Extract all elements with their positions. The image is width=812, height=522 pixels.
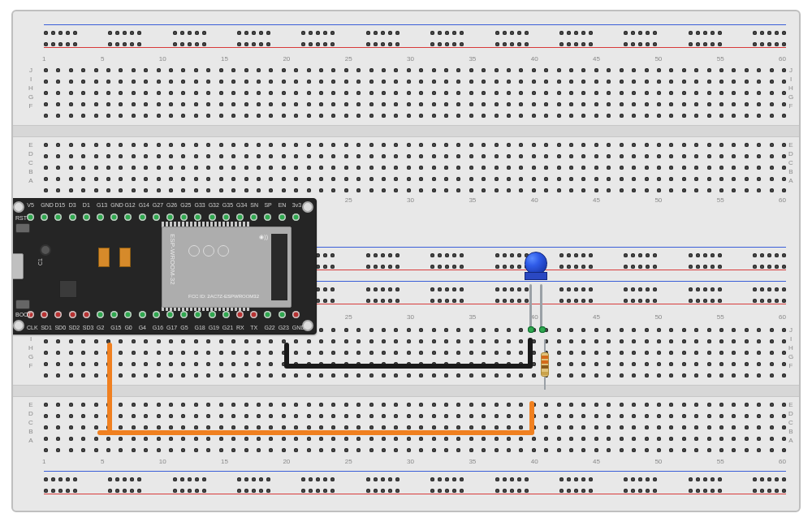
power-rail-bottom-pos	[13, 485, 799, 497]
resistor-band-4	[542, 372, 548, 375]
shield-label: ESP-WROOM-32	[169, 234, 176, 285]
rail-line-blue-top	[44, 24, 786, 25]
wire-orange-segment-3	[529, 401, 534, 435]
esp32-devkit-board: V5GNDD15D3D1G13GNDG12G14G27G26G25G33G32G…	[11, 198, 317, 334]
esp-wroom-32-shield: ESP-WROOM-32 FCC ID: 2AC7Z-ESPWROOM32 ◉)…	[162, 226, 292, 308]
boot-button	[15, 300, 30, 309]
fcc-id-label: FCC ID: 2AC7Z-ESPWROOM32	[188, 294, 259, 299]
rst-button	[15, 223, 30, 233]
led-cathode-leg	[529, 284, 532, 328]
certification-icons	[188, 245, 229, 257]
led-cathode-pad	[528, 326, 534, 333]
breadboard: 151015202530354045505560 JIHGF JIHGF EDC…	[11, 10, 801, 512]
power-rail-top-neg	[13, 28, 799, 39]
wire-black-segment-3	[528, 338, 533, 369]
resistor-band-3	[542, 365, 548, 369]
led-blue	[525, 252, 547, 287]
resistor-band-2	[542, 360, 548, 364]
column-numbers-top: 151015202530354045505560	[42, 55, 786, 63]
c1-label: C1	[37, 258, 43, 265]
rst-button-label: RST	[15, 215, 27, 221]
rail-line-blue-bottom	[44, 471, 786, 472]
usb-uart-chip	[59, 280, 77, 298]
led-anode-pad	[539, 326, 546, 333]
tie-points-upper2	[13, 140, 799, 196]
micro-usb-port	[11, 253, 24, 279]
center-trench-upper	[13, 125, 799, 137]
tie-points-upper	[13, 65, 799, 122]
power-rail-top-pos	[13, 39, 799, 50]
tantalum-cap-1	[98, 248, 110, 267]
wire-orange-segment-2	[97, 430, 533, 435]
center-trench-lower	[13, 385, 799, 397]
wire-black-segment-2	[284, 364, 531, 369]
tie-points-lower2	[13, 399, 799, 456]
capacitor-c1	[40, 244, 51, 256]
wire-orange-segment-1	[107, 343, 112, 434]
tantalum-cap-2	[119, 248, 131, 267]
resistor-band-1	[542, 356, 548, 359]
boot-button-label: BOOT	[15, 312, 32, 317]
led-anode-leg	[540, 284, 542, 328]
resistor	[541, 339, 549, 390]
power-rail-bottom-neg	[13, 474, 799, 485]
column-numbers-lower-bottom: 151015202530354045505560	[42, 458, 786, 465]
wifi-icon: ◉))	[259, 234, 268, 240]
led-bulb	[525, 252, 547, 274]
